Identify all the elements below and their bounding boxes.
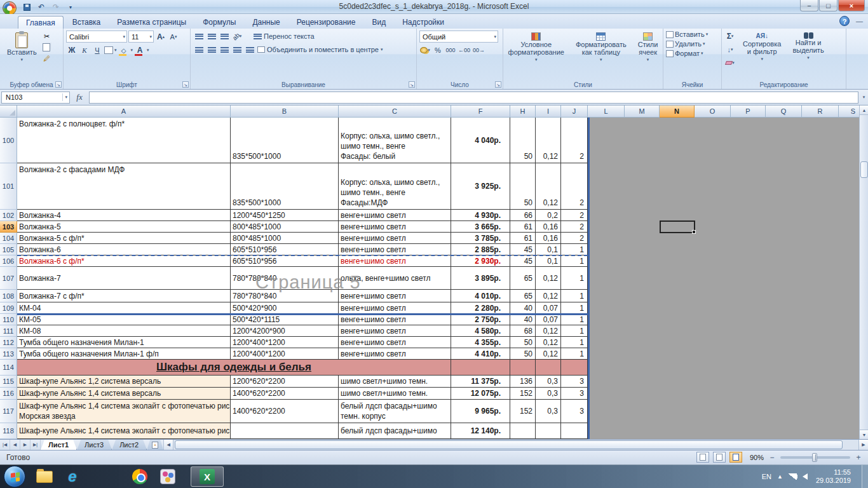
outside-print-area[interactable] <box>588 255 868 267</box>
cell-F107[interactable]: 3 895р. <box>451 267 510 290</box>
outside-print-area[interactable] <box>588 360 868 376</box>
outside-print-area[interactable] <box>588 233 868 244</box>
scroll-up-button[interactable]: ▲ <box>860 105 868 115</box>
cell-I109[interactable]: 0,07 <box>536 302 561 314</box>
scroll-down-button[interactable]: ▼ <box>860 430 868 439</box>
chrome-taskbar-button[interactable] <box>126 466 154 487</box>
expand-formula-bar-button[interactable]: ▾ <box>860 92 868 104</box>
cell-C101[interactable]: Корпус: ольха, шимо светл.,шимо темн., в… <box>339 163 451 210</box>
outside-print-area[interactable] <box>588 302 868 314</box>
row-header-115[interactable]: 115 <box>0 376 17 388</box>
row-header-117[interactable]: 117 <box>0 400 17 423</box>
cell-J118[interactable] <box>561 423 588 439</box>
cell-H118[interactable] <box>510 423 536 439</box>
cell-J108[interactable]: 1 <box>561 290 588 302</box>
outside-print-area[interactable] <box>588 210 868 221</box>
ribbon-tab-6[interactable]: Вид <box>364 16 393 29</box>
formula-input[interactable] <box>89 92 858 104</box>
close-button[interactable]: × <box>838 0 865 11</box>
cell-I108[interactable]: 0,12 <box>536 290 561 302</box>
cell-C105[interactable]: венге+шимо светл <box>339 244 451 255</box>
vertical-scrollbar[interactable]: ▲ ▼ <box>859 105 868 439</box>
zoom-slider[interactable] <box>780 456 850 459</box>
cell-A108[interactable]: Волжанка-7 с ф/п* <box>17 290 231 302</box>
cell-C113[interactable]: венге+шимо светл <box>339 348 451 360</box>
merge-center-button[interactable]: Объединить и поместить в центре ▾ <box>257 44 384 55</box>
column-header-P[interactable]: P <box>731 105 766 118</box>
cell-styles-button[interactable]: Стилиячеек▾ <box>634 30 663 79</box>
ribbon-tab-4[interactable]: Данные <box>245 16 287 29</box>
outside-print-area[interactable] <box>588 267 868 290</box>
cell-A104[interactable]: Волжанка-5 с ф/п* <box>17 233 231 244</box>
autosum-button[interactable]: Σ▾ <box>724 30 736 42</box>
ribbon-tab-5[interactable]: Рецензирование <box>289 16 363 29</box>
cell-H113[interactable]: 50 <box>510 348 536 360</box>
clock[interactable]: 11:55 29.03.2019 <box>816 468 851 485</box>
row-header-101[interactable]: 101 <box>0 163 17 210</box>
cell-F105[interactable]: 2 885р. <box>451 244 510 255</box>
conditional-formatting-button[interactable]: Условноеформатирование▾ <box>504 30 569 79</box>
minimize-workbook-button[interactable]: — <box>856 17 863 25</box>
clipboard-dialog-launcher[interactable]: ↘ <box>55 81 62 88</box>
cell-A115[interactable]: Шкаф-купе Альянс 1,2 система версаль <box>17 376 231 388</box>
cell-F108[interactable]: 4 010р. <box>451 290 510 302</box>
align-left-button[interactable] <box>193 44 205 55</box>
cell-H112[interactable]: 50 <box>510 337 536 348</box>
row-header-112[interactable]: 112 <box>0 337 17 348</box>
row-header-118[interactable]: 118 <box>0 423 17 439</box>
cell-I110[interactable]: 0,07 <box>536 314 561 325</box>
select-all-corner[interactable] <box>0 105 17 118</box>
decrease-font-button[interactable]: А▾ <box>168 31 179 43</box>
cell-J116[interactable]: 3 <box>561 388 588 400</box>
cell-F104[interactable]: 3 785р. <box>451 233 510 244</box>
cell-A101[interactable]: Волжанка-2 с фасадами МДФ <box>17 163 231 210</box>
cell-H106[interactable]: 45 <box>510 255 536 267</box>
cell-J103[interactable]: 2 <box>561 221 588 233</box>
decrease-indent-button[interactable] <box>231 44 243 55</box>
cell-F111[interactable]: 4 580р. <box>451 325 510 337</box>
cell-I105[interactable]: 0,1 <box>536 244 561 255</box>
cell-J110[interactable]: 1 <box>561 314 588 325</box>
cell-A117[interactable]: Шкаф-купе Альянс 1,4 система эколайт с ф… <box>17 400 231 423</box>
cell-H110[interactable]: 40 <box>510 314 536 325</box>
outside-print-area[interactable] <box>588 337 868 348</box>
cell-H111[interactable]: 68 <box>510 325 536 337</box>
column-header-C[interactable]: C <box>339 105 451 118</box>
cell-A116[interactable]: Шкаф-купе Альянс 1,4 система версаль <box>17 388 231 400</box>
cell-section-114-0[interactable] <box>451 360 510 376</box>
minimize-button[interactable]: − <box>800 0 818 11</box>
cell-C118[interactable]: белый лдсп фасады+шимо <box>339 423 451 439</box>
decrease-decimal-button[interactable]: 00→ <box>472 44 485 56</box>
cell-A118[interactable]: Шкаф-купе Альянс 1,4 система эколайт с ф… <box>17 423 231 439</box>
row-header-108[interactable]: 108 <box>0 290 17 302</box>
cell-I102[interactable]: 0,2 <box>536 210 561 221</box>
outside-print-area[interactable] <box>588 388 868 400</box>
row-header-103[interactable]: 103 <box>0 221 17 233</box>
accounting-format-button[interactable]: ▾ <box>419 44 431 56</box>
align-bottom-button[interactable] <box>219 30 230 42</box>
cell-F109[interactable]: 2 280р. <box>451 302 510 314</box>
cell-F118[interactable]: 12 140р. <box>451 423 510 439</box>
outside-print-area[interactable] <box>588 423 868 439</box>
row-header-111[interactable]: 111 <box>0 325 17 337</box>
column-header-J[interactable]: J <box>561 105 588 118</box>
cell-C111[interactable]: венге+шимо светл <box>339 325 451 337</box>
ribbon-tab-0[interactable]: Главная <box>18 16 64 29</box>
row-header-107[interactable]: 107 <box>0 267 17 290</box>
cell-H104[interactable]: 61 <box>510 233 536 244</box>
row-header-114[interactable]: 114 <box>0 360 17 376</box>
cell-B103[interactable]: 800*485*1000 <box>231 221 339 233</box>
cell-J104[interactable]: 2 <box>561 233 588 244</box>
horizontal-scroll-thumb[interactable] <box>175 440 843 449</box>
excel-taskbar-button[interactable]: X <box>191 466 224 487</box>
cell-I113[interactable]: 0,12 <box>536 348 561 360</box>
name-box[interactable]: N103▾ <box>1 92 70 104</box>
cell-I111[interactable]: 0,12 <box>536 325 561 337</box>
column-header-A[interactable]: A <box>17 105 231 118</box>
find-select-button[interactable]: Найти ивыделить▾ <box>788 30 828 79</box>
outside-print-area[interactable] <box>588 400 868 423</box>
cell-F117[interactable]: 9 965р. <box>451 400 510 423</box>
cell-A112[interactable]: Тумба общего назначения Милан-1 <box>17 337 231 348</box>
cell-H108[interactable]: 65 <box>510 290 536 302</box>
column-header-Q[interactable]: Q <box>766 105 802 118</box>
